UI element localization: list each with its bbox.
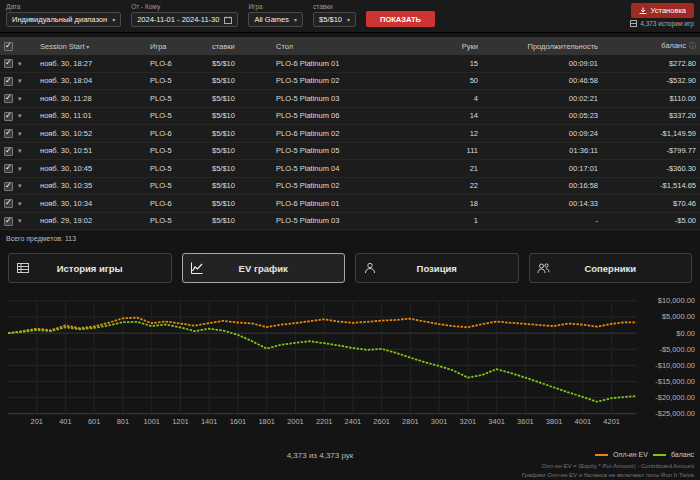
hands-cell: 14: [422, 107, 482, 125]
table-row[interactable]: нояб. 29, 19:02PLO-5$5/$10PLO-5 Platinum…: [0, 212, 700, 230]
date-range-select[interactable]: Индивидуальный диапазон ▾: [6, 12, 121, 27]
ev-chart-section: $10,000.00$5,000.00$0.00-$5,000.00-$10,0…: [0, 290, 700, 446]
install-area: Установка 4,373 истории игр: [630, 3, 694, 27]
row-checkbox[interactable]: [4, 77, 13, 86]
stakes-filter-group: ставки $5/$10 ▾: [313, 3, 356, 27]
select-all-checkbox[interactable]: [4, 42, 13, 51]
svg-text:$5,000.00: $5,000.00: [662, 314, 695, 322]
row-expand-icon[interactable]: [18, 112, 22, 119]
table-name-cell: PLO-6 Platinum 01: [272, 55, 422, 72]
hands-count-label: 4,373 из 4,373 рук: [0, 451, 640, 460]
game-cell: PLO-5: [146, 177, 208, 195]
tab-opponents[interactable]: Соперники: [529, 253, 693, 283]
column-hands[interactable]: Руки: [422, 37, 482, 55]
ev-legend-label: Олл-ин EV: [613, 451, 648, 458]
stakes-cell: $5/$10: [208, 55, 272, 72]
session-start-cell: нояб. 29, 19:02: [36, 212, 146, 230]
row-checkbox[interactable]: [4, 182, 13, 191]
table-name-cell: PLO-5 Platinum 06: [272, 107, 422, 125]
column-session-start[interactable]: Session Start: [36, 37, 146, 55]
filter-toolbar: Дата Индивидуальный диапазон ▾ От - Кому…: [0, 0, 700, 33]
row-expand-icon[interactable]: [18, 182, 22, 189]
install-button[interactable]: Установка: [631, 3, 694, 18]
date-range-input[interactable]: 2024-11-01 - 2024-11-30: [131, 12, 238, 27]
game-cell: PLO-5: [146, 90, 208, 108]
balance-cell: -$1,149.59: [602, 125, 700, 143]
row-expand-icon[interactable]: [18, 130, 22, 137]
row-checkbox[interactable]: [4, 59, 13, 68]
stakes-cell: $5/$10: [208, 142, 272, 160]
table-row[interactable]: нояб. 30, 18:27PLO-6$5/$10PLO-6 Platinum…: [0, 55, 700, 72]
row-checkbox[interactable]: [4, 199, 13, 208]
balance-cell: -$5.00: [602, 212, 700, 230]
ev-legend-swatch: [595, 454, 608, 456]
tab-ev-graph[interactable]: EV график: [182, 253, 346, 283]
table-row[interactable]: нояб. 30, 10:35PLO-5$5/$10PLO-5 Platinum…: [0, 177, 700, 195]
duration-cell: 00:09:01: [482, 55, 602, 72]
row-checkbox[interactable]: [4, 217, 13, 226]
row-expand-icon[interactable]: [18, 95, 22, 102]
opponents-icon: [530, 262, 558, 274]
svg-text:2601: 2601: [373, 419, 390, 427]
row-checkbox[interactable]: [4, 94, 13, 103]
table-header-row: Session Start Игра ставки Стол Руки Прод…: [0, 37, 700, 55]
date-filter-label: Дата: [6, 3, 121, 10]
column-balance[interactable]: баланс: [602, 37, 700, 55]
duration-cell: 00:02:21: [482, 90, 602, 108]
row-checkbox[interactable]: [4, 164, 13, 173]
row-expand-icon[interactable]: [18, 217, 22, 224]
game-cell: PLO-6: [146, 195, 208, 213]
row-expand-icon[interactable]: [18, 165, 22, 172]
svg-text:3601: 3601: [517, 419, 534, 427]
column-duration[interactable]: Продолжительность: [482, 37, 602, 55]
balance-cell: -$1,514.65: [602, 177, 700, 195]
row-checkbox[interactable]: [4, 147, 13, 156]
game-select[interactable]: All Games ▾: [248, 12, 303, 27]
stakes-select[interactable]: $5/$10 ▾: [313, 12, 356, 27]
game-filter-group: Игра All Games ▾: [248, 3, 303, 27]
table-row[interactable]: нояб. 30, 10:34PLO-6$5/$10PLO-6 Platinum…: [0, 195, 700, 213]
show-button[interactable]: ПОКАЗАТЬ: [366, 11, 435, 27]
hands-cell: 21: [422, 160, 482, 178]
svg-text:-$10,000.00: -$10,000.00: [655, 362, 695, 370]
game-cell: PLO-5: [146, 72, 208, 90]
svg-text:1001: 1001: [143, 419, 160, 427]
svg-text:1401: 1401: [201, 419, 218, 427]
hands-cell: 15: [422, 55, 482, 72]
svg-text:3401: 3401: [488, 419, 505, 427]
session-start-cell: нояб. 30, 10:51: [36, 142, 146, 160]
tab-label: Позиция: [384, 263, 490, 274]
table-name-cell: PLO-6 Platinum 01: [272, 195, 422, 213]
game-cell: PLO-6: [146, 125, 208, 143]
view-tabs: История игры EV график Позиция Соперники: [0, 244, 700, 290]
table-row[interactable]: нояб. 30, 11:28PLO-5$5/$10PLO-5 Platinum…: [0, 90, 700, 108]
row-expand-icon[interactable]: [18, 60, 22, 67]
stakes-cell: $5/$10: [208, 72, 272, 90]
row-expand-icon[interactable]: [18, 77, 22, 84]
date-range-value: Индивидуальный диапазон: [12, 15, 107, 24]
stakes-cell: $5/$10: [208, 177, 272, 195]
row-expand-icon[interactable]: [18, 147, 22, 154]
game-filter-label: Игра: [248, 3, 303, 10]
session-start-cell: нояб. 30, 18:27: [36, 55, 146, 72]
svg-text:-$5,000.00: -$5,000.00: [659, 346, 695, 354]
table-row[interactable]: нояб. 30, 10:51PLO-5$5/$10PLO-5 Platinum…: [0, 142, 700, 160]
table-row[interactable]: нояб. 30, 10:52PLO-6$5/$10PLO-6 Platinum…: [0, 125, 700, 143]
table-name-cell: PLO-6 Platinum 02: [272, 125, 422, 143]
column-game[interactable]: Игра: [146, 37, 208, 55]
column-table[interactable]: Стол: [272, 37, 422, 55]
hands-cell: 111: [422, 142, 482, 160]
table-grid-icon: [9, 262, 37, 274]
column-stakes[interactable]: ставки: [208, 37, 272, 55]
row-checkbox[interactable]: [4, 129, 13, 138]
row-checkbox[interactable]: [4, 112, 13, 121]
stakes-select-value: $5/$10: [319, 15, 342, 24]
tab-game-history[interactable]: История игры: [8, 253, 172, 283]
table-row[interactable]: нояб. 30, 11:01PLO-5$5/$10PLO-5 Platinum…: [0, 107, 700, 125]
row-expand-icon[interactable]: [18, 200, 22, 207]
date-filter-group: Дата Индивидуальный диапазон ▾: [6, 3, 121, 27]
table-row[interactable]: нояб. 30, 10:45PLO-5$5/$10PLO-5 Platinum…: [0, 160, 700, 178]
duration-cell: 00:16:58: [482, 177, 602, 195]
tab-position[interactable]: Позиция: [355, 253, 519, 283]
table-row[interactable]: нояб. 30, 18:04PLO-5$5/$10PLO-5 Platinum…: [0, 72, 700, 90]
